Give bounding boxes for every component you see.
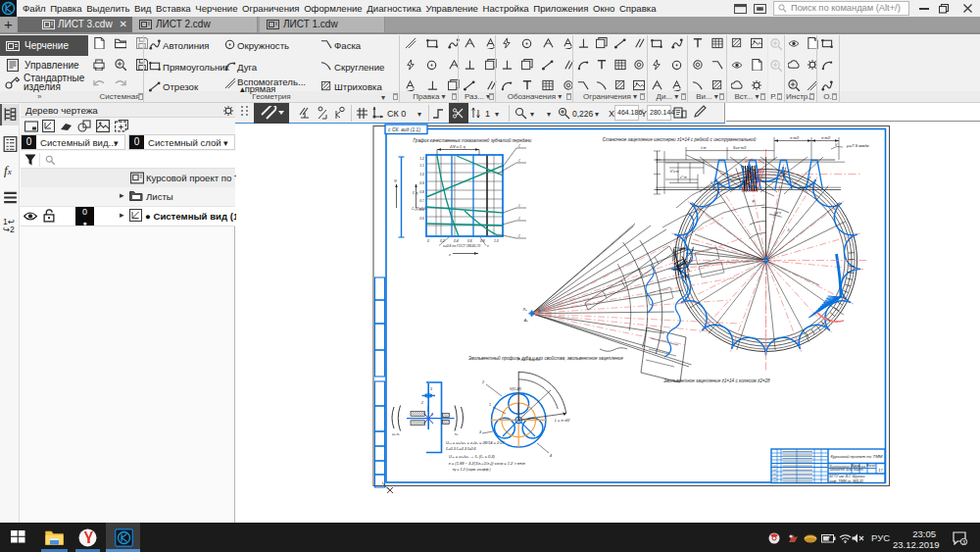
svg-text:π·m/2: π·m/2	[821, 136, 830, 140]
svg-text:х: х	[448, 253, 451, 257]
svg-text:ξ, η: ξ, η	[413, 191, 418, 195]
svg-text:λ·m: λ·m	[700, 146, 707, 150]
svg-text:эвольвент. зубч. зацепл.: эвольвент. зубч. зацепл.	[830, 468, 864, 472]
svg-text:4: 4	[550, 454, 552, 458]
svg-text:ξ₁=0.3 ξ₂=0.3 ξ=0.6: ξ₁=0.3 ξ₂=0.3 ξ=0.6	[446, 447, 476, 451]
svg-text:2: 2	[420, 401, 423, 405]
svg-text:ω₁ n₁: ω₁ n₁	[392, 432, 400, 436]
svg-text:БГТУ им. В.Г. Шухова: БГТУ им. В.Г. Шухова	[830, 475, 865, 478]
svg-text:c*·m: c*·m	[680, 176, 687, 179]
svg-text:1.1: 1.1	[419, 164, 424, 168]
svg-text:График качественных показателе: График качественных показателей зубчатой…	[414, 137, 532, 143]
svg-text:ε = (1.88 − 3.2(1/z₁+1/z₂))·co: ε = (1.88 − 3.2(1/z₁+1/z₂))·cosα = 1.2 >…	[449, 461, 526, 466]
svg-text:17: 17	[878, 468, 883, 473]
svg-text:3: 3	[962, 539, 965, 545]
svg-text:1: 1	[431, 413, 433, 417]
svg-text:V(O₂M): V(O₂M)	[510, 387, 521, 391]
svg-text:Масшт.: Масшт.	[866, 464, 876, 468]
svg-text:1: 1	[489, 403, 491, 407]
svg-text:2: 2	[481, 380, 484, 384]
svg-text:1.2: 1.2	[419, 157, 424, 161]
svg-text:ΔΨ и ξ, η: ΔΨ и ξ, η	[449, 145, 466, 149]
svg-text:Р лин. зацепл.: Р лин. зацепл.	[517, 358, 541, 362]
svg-text:3: 3	[479, 430, 481, 434]
svg-text:х=0.6 по ГОСТ 16532-70: х=0.6 по ГОСТ 16532-70	[442, 244, 480, 248]
svg-text:S=π·m/2: S=π·m/2	[733, 146, 746, 150]
svg-text:0.9: 0.9	[419, 181, 424, 185]
svg-text:U₁₂ = ω₁/ω₂ = z₂/z₁ = 28/14 =: U₁₂ = ω₁/ω₂ = z₂/z₁ = 28/14 = 2.07	[446, 440, 506, 445]
svg-text:3: 3	[430, 387, 432, 391]
svg-text:U₂₁ = ω₂/ω₁ → ξ₁ (ξ₂ = 0.3): U₂₁ = ω₂/ω₁ → ξ₁ (ξ₂ = 0.3)	[449, 454, 496, 459]
svg-text:h*a·m: h*a·m	[670, 170, 679, 174]
svg-text:х: х	[486, 244, 489, 248]
svg-text:Ψ: Ψ	[394, 179, 397, 183]
svg-text:0.4: 0.4	[454, 239, 459, 243]
svg-text:Эвольвентный профиль зуба и ег: Эвольвентный профиль зуба и его свойства…	[468, 355, 623, 361]
svg-text:A₀: A₀	[523, 319, 528, 323]
svg-text:L = π·d/2: L = π·d/2	[555, 419, 570, 423]
svg-text:Станочное зацепление шестерни: Станочное зацепление шестерни z1=14 с ре…	[603, 136, 757, 142]
svg-text:0.7: 0.7	[419, 199, 424, 203]
svg-text:P₀: P₀	[523, 308, 527, 312]
svg-text:ζ₁ [ξ]=0.3: ζ₁ [ξ]=0.3	[412, 207, 426, 211]
svg-text:Курсовой проект по ТММ: Курсовой проект по ТММ	[831, 454, 883, 459]
svg-text:каф. ТММ гр. МД-31: каф. ТММ гр. МД-31	[830, 479, 863, 483]
svg-text:0.2: 0.2	[440, 239, 445, 243]
svg-text:εγ = 1.2 (норм. коэфф.): εγ = 1.2 (норм. коэфф.)	[453, 468, 491, 472]
svg-text:0.6: 0.6	[467, 239, 472, 243]
svg-text:0.8: 0.8	[419, 190, 424, 194]
svg-text:1.0: 1.0	[419, 173, 424, 176]
svg-text:ψ·κ: ψ·κ	[776, 211, 782, 215]
svg-text:1.0: 1.0	[494, 239, 499, 243]
svg-text:0.5: 0.5	[419, 217, 424, 221]
svg-text:μ=7.5 мм/м: μ=7.5 мм/м	[846, 143, 869, 148]
svg-text:0: 0	[427, 239, 429, 243]
svg-text:π·m/2: π·m/2	[790, 136, 799, 140]
svg-text:с СК. вид (1:1): с СК. вид (1:1)	[388, 126, 420, 132]
